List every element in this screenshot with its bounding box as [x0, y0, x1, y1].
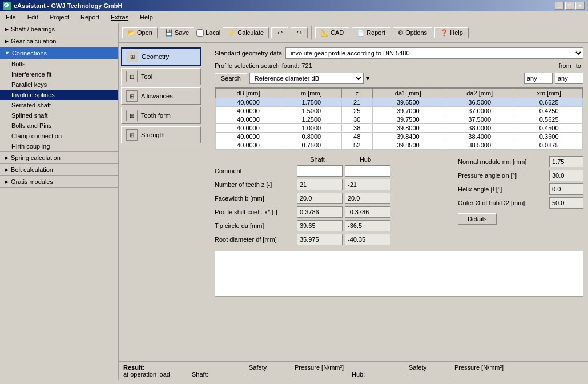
- search-controls-row: Search Reference diameter dB ▼: [215, 73, 583, 84]
- strength-button[interactable]: ⊞ Strength: [121, 126, 201, 143]
- table-row[interactable]: 40.00001.75002139.650036.50000.6625: [216, 98, 583, 107]
- table-row[interactable]: 40.00001.00003839.800038.00000.4500: [216, 124, 583, 133]
- profile-shift-hub-input[interactable]: [345, 206, 390, 218]
- geometry-icon: ⊞: [127, 51, 138, 62]
- local-checkbox-wrapper[interactable]: Local: [196, 29, 220, 37]
- arrow-icon-spring: ▶: [5, 155, 9, 161]
- menu-edit[interactable]: Edit: [24, 13, 42, 22]
- menu-extras[interactable]: Extras: [107, 13, 132, 22]
- root-dia-hub-input[interactable]: [345, 234, 390, 245]
- result-header-row: Result: Safety Pressure [N/mm²] Safety P…: [123, 364, 583, 371]
- tool-icon: ⊡: [126, 71, 138, 82]
- sidebar-item-bolts[interactable]: Bolts: [0, 59, 118, 69]
- save-icon: 💾: [165, 29, 173, 37]
- sidebar-item-parallel-keys[interactable]: Parallel keys: [0, 79, 118, 90]
- details-button[interactable]: Details: [458, 213, 497, 225]
- table-row[interactable]: 40.00000.75005239.850038.50000.0875: [216, 141, 583, 150]
- tip-circle-shaft-input[interactable]: [297, 220, 343, 231]
- menu-project[interactable]: Project: [46, 13, 73, 22]
- menu-file[interactable]: File: [2, 13, 19, 22]
- sidebar-header-connections[interactable]: ▼ Connections: [0, 47, 118, 59]
- arrow-icon-shaft: ▶: [5, 26, 9, 32]
- tool-button[interactable]: ⊡ Tool: [121, 68, 201, 85]
- local-checkbox[interactable]: [196, 29, 204, 37]
- details-left: Shaft Hub Comment Number of teeth z [-]: [215, 156, 446, 245]
- open-button[interactable]: 📂 Open: [122, 27, 158, 38]
- sidebar-item-interference[interactable]: Interference fit: [0, 69, 118, 79]
- safety-label-1: Safety: [249, 364, 283, 371]
- found-count: 721: [301, 62, 312, 69]
- table-row[interactable]: 40.00001.50002539.700037.00000.4250: [216, 107, 583, 115]
- normal-module-input[interactable]: [549, 156, 583, 167]
- sidebar-item-hirth[interactable]: Hirth coupling: [0, 141, 118, 151]
- menu-help[interactable]: Help: [136, 13, 156, 22]
- table-row[interactable]: 40.00000.80004839.840038.40000.3600: [216, 133, 583, 141]
- sidebar-section-connections: ▼ Connections Bolts Interference fit Par…: [0, 47, 118, 152]
- cad-icon: 📐: [321, 29, 329, 37]
- to-input[interactable]: [555, 73, 583, 84]
- teeth-shaft-input[interactable]: [297, 179, 343, 190]
- report-button[interactable]: 📄 Report: [352, 27, 390, 38]
- calculate-button[interactable]: ⚡ Calculate: [223, 27, 269, 38]
- sidebar-item-clamp[interactable]: Clamp connection: [0, 131, 118, 141]
- from-input[interactable]: [524, 73, 553, 84]
- sidebar-header-shaft[interactable]: ▶ Shaft / bearings: [0, 23, 118, 35]
- pressure-angle-row: Pressure angle αn [°]: [458, 170, 583, 181]
- maximize-btn[interactable]: □: [565, 2, 574, 10]
- facewidth-row: Facewidth b [mm]: [215, 193, 446, 204]
- sidebar-label-spring: Spring calculation: [11, 154, 61, 161]
- dropdown-arrow: ▼: [365, 75, 371, 82]
- standard-geometry-row: Standard geometry data involute gear pro…: [215, 47, 583, 59]
- menu-report[interactable]: Report: [77, 13, 103, 22]
- tooth-form-button[interactable]: ⊞ Tooth form: [121, 107, 201, 124]
- shaft-safety-value: --------: [237, 371, 272, 378]
- sidebar-item-bolts-pins[interactable]: Bolts and Pins: [0, 121, 118, 131]
- save-button[interactable]: 💾 Save: [160, 27, 194, 38]
- arrow-icon-belt: ▶: [5, 167, 9, 173]
- teeth-hub-input[interactable]: [345, 179, 390, 190]
- search-combo[interactable]: Reference diameter dB: [249, 73, 364, 84]
- sidebar-header-spring[interactable]: ▶ Spring calculation: [0, 152, 118, 163]
- sidebar-section-belt: ▶ Belt calculation: [0, 164, 118, 176]
- sidebar-header-gear[interactable]: ▶ Gear calculation: [0, 35, 118, 47]
- menu-bar: File Edit Project Report Extras Help: [0, 11, 588, 23]
- hub-safety-value: --------: [397, 371, 432, 378]
- help-button[interactable]: ❓ Help: [434, 27, 469, 38]
- search-button[interactable]: Search: [215, 73, 247, 83]
- table-row[interactable]: 40.00001.25003039.750037.50000.5625: [216, 115, 583, 124]
- redo-button[interactable]: ↪: [291, 27, 308, 38]
- tip-circle-hub-input[interactable]: [345, 220, 390, 231]
- sidebar-label-shaft: Shaft / bearings: [11, 26, 55, 33]
- standard-geometry-select[interactable]: involute gear profile according to DIN 5…: [285, 47, 583, 59]
- sidebar-item-serrated[interactable]: Serrated shaft: [0, 100, 118, 110]
- outer-dia-row: Outer Ø of hub D2 [mm]:: [458, 197, 583, 209]
- outer-dia-label: Outer Ø of hub D2 [mm]:: [458, 199, 547, 206]
- facewidth-shaft-input[interactable]: [297, 193, 343, 204]
- col-m: m [mm]: [281, 89, 341, 98]
- facewidth-hub-input[interactable]: [345, 193, 390, 204]
- profile-shift-shaft-input[interactable]: [297, 206, 343, 218]
- sidebar-header-gratis[interactable]: ▶ Gratis modules: [0, 176, 118, 187]
- arrow-icon-connections: ▼: [5, 50, 10, 56]
- outer-dia-input[interactable]: [549, 197, 583, 209]
- helix-angle-input[interactable]: [549, 183, 583, 195]
- allowances-button[interactable]: ⊞ Allowances: [121, 87, 201, 105]
- options-icon: ⚙: [398, 29, 404, 37]
- shaft-pressure-value: --------: [283, 371, 340, 378]
- sidebar-header-belt[interactable]: ▶ Belt calculation: [0, 164, 118, 175]
- options-button[interactable]: ⚙ Options: [393, 27, 432, 38]
- comment-hub-input[interactable]: [345, 165, 390, 177]
- cad-button[interactable]: 📐 CAD: [315, 27, 349, 38]
- comment-shaft-input[interactable]: [297, 165, 343, 177]
- sidebar-item-splined[interactable]: Splined shaft: [0, 110, 118, 121]
- pressure-angle-input[interactable]: [549, 170, 583, 181]
- sidebar-item-involute[interactable]: Involute splines: [0, 90, 118, 100]
- root-dia-shaft-input[interactable]: [297, 234, 343, 245]
- sidebar-label-belt: Belt calculation: [11, 166, 53, 173]
- minimize-btn[interactable]: _: [555, 2, 564, 10]
- result-bar: Result: Safety Pressure [N/mm²] Safety P…: [119, 361, 588, 380]
- close-btn[interactable]: ×: [575, 2, 585, 10]
- undo-button[interactable]: ↩: [271, 27, 288, 38]
- geometry-button[interactable]: ⊞ Geometry: [121, 47, 201, 66]
- pressure-label-1: Pressure [N/mm²]: [295, 364, 352, 371]
